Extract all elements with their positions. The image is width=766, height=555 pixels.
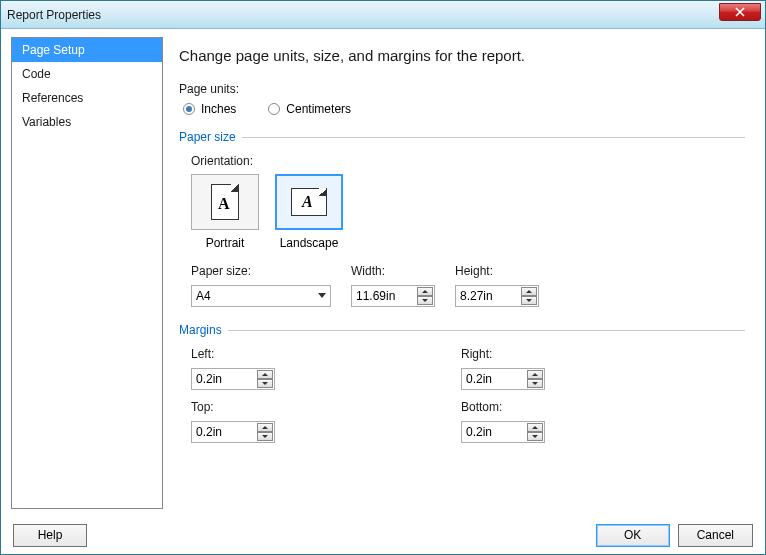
dialog-footer: Help OK Cancel <box>1 516 765 554</box>
page-landscape-icon: A <box>291 188 327 216</box>
cancel-button[interactable]: Cancel <box>678 524 753 547</box>
radio-inches[interactable]: Inches <box>183 102 236 116</box>
page-units-label: Page units: <box>179 82 745 96</box>
spin-down-icon[interactable] <box>257 432 273 441</box>
ok-button[interactable]: OK <box>596 524 670 547</box>
orientation-portrait-label: Portrait <box>191 236 259 250</box>
margin-right-input[interactable] <box>462 372 520 386</box>
spin-up-icon[interactable] <box>527 370 543 379</box>
height-spinner[interactable] <box>455 285 539 307</box>
margin-top-spinner[interactable] <box>191 421 275 443</box>
paper-size-group-label: Paper size <box>179 130 236 144</box>
paper-size-group-header: Paper size <box>179 130 745 144</box>
sidebar-item-page-setup[interactable]: Page Setup <box>12 38 162 62</box>
margins-group-header: Margins <box>179 323 745 337</box>
width-label: Width: <box>351 264 435 278</box>
spin-down-icon[interactable] <box>527 379 543 388</box>
orientation-labels: Portrait Landscape <box>191 236 745 250</box>
margin-right-spinner[interactable] <box>461 368 545 390</box>
spin-down-icon[interactable] <box>521 296 537 305</box>
margins-grid: Left: Right: Top: <box>191 347 611 443</box>
margin-top-input[interactable] <box>192 425 250 439</box>
width-input[interactable] <box>352 289 410 303</box>
paper-size-label: Paper size: <box>191 264 331 278</box>
height-input[interactable] <box>456 289 514 303</box>
orientation-label: Orientation: <box>191 154 745 168</box>
sidebar-item-code[interactable]: Code <box>12 62 162 86</box>
margin-left-spinner[interactable] <box>191 368 275 390</box>
margin-bottom-spinner[interactable] <box>461 421 545 443</box>
orientation-portrait[interactable]: A <box>191 174 259 230</box>
close-button[interactable] <box>719 3 761 21</box>
radio-inches-label: Inches <box>201 102 236 116</box>
sidebar-item-variables[interactable]: Variables <box>12 110 162 134</box>
paper-size-row: Paper size: A4 Width: Height: <box>191 264 745 307</box>
spin-up-icon[interactable] <box>257 370 273 379</box>
orientation-landscape-label: Landscape <box>275 236 343 250</box>
chevron-down-icon <box>318 293 326 298</box>
spin-down-icon[interactable] <box>417 296 433 305</box>
spin-up-icon[interactable] <box>527 423 543 432</box>
spin-down-icon[interactable] <box>527 432 543 441</box>
margin-top-label: Top: <box>191 400 341 414</box>
spin-up-icon[interactable] <box>257 423 273 432</box>
radio-dot-icon <box>183 103 195 115</box>
divider <box>242 137 745 138</box>
margin-bottom-label: Bottom: <box>461 400 611 414</box>
margin-left-input[interactable] <box>192 372 250 386</box>
paper-size-combo[interactable]: A4 <box>191 285 331 307</box>
sidebar: Page Setup Code References Variables <box>11 37 163 509</box>
content-pane: Change page units, size, and margins for… <box>175 37 755 509</box>
width-spinner[interactable] <box>351 285 435 307</box>
dialog-body: Page Setup Code References Variables Cha… <box>1 29 765 509</box>
spin-up-icon[interactable] <box>417 287 433 296</box>
close-icon <box>735 7 745 17</box>
sidebar-item-references[interactable]: References <box>12 86 162 110</box>
page-portrait-icon: A <box>211 184 239 220</box>
dialog-window: Report Properties Page Setup Code Refere… <box>0 0 766 555</box>
page-heading: Change page units, size, and margins for… <box>179 47 745 64</box>
radio-centimeters[interactable]: Centimeters <box>268 102 351 116</box>
paper-size-value: A4 <box>196 289 211 303</box>
spin-up-icon[interactable] <box>521 287 537 296</box>
margin-left-label: Left: <box>191 347 341 361</box>
orientation-options: A A <box>191 174 745 230</box>
page-units-radios: Inches Centimeters <box>183 102 745 116</box>
orientation-landscape[interactable]: A <box>275 174 343 230</box>
height-label: Height: <box>455 264 539 278</box>
help-button[interactable]: Help <box>13 524 87 547</box>
margin-bottom-input[interactable] <box>462 425 520 439</box>
margins-group-label: Margins <box>179 323 222 337</box>
title-bar: Report Properties <box>1 1 765 29</box>
radio-dot-icon <box>268 103 280 115</box>
spin-down-icon[interactable] <box>257 379 273 388</box>
radio-centimeters-label: Centimeters <box>286 102 351 116</box>
window-title: Report Properties <box>7 8 101 22</box>
divider <box>228 330 745 331</box>
margin-right-label: Right: <box>461 347 611 361</box>
